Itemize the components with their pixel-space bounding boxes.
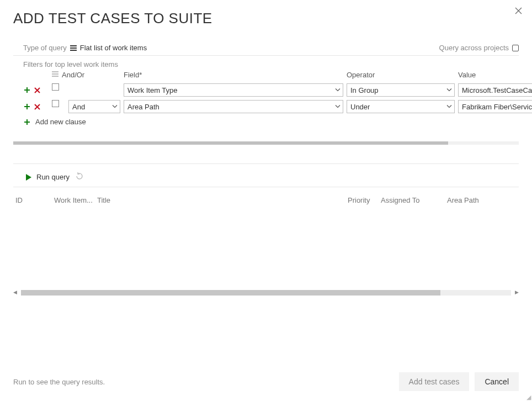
add-test-cases-button[interactable]: Add test cases xyxy=(399,372,470,391)
chevron-down-icon xyxy=(112,103,118,111)
plus-icon xyxy=(23,118,31,126)
query-across-projects-checkbox[interactable] xyxy=(512,45,519,51)
svg-rect-1 xyxy=(70,48,77,49)
scroll-left-icon[interactable]: ◀ xyxy=(13,289,17,295)
and-or-header: And/Or xyxy=(62,71,84,79)
close-button[interactable] xyxy=(515,7,522,16)
operator-dropdown[interactable]: Under xyxy=(347,100,455,113)
results-columns: ID Work Item... Title Priority Assigned … xyxy=(13,187,519,207)
resize-grip-icon[interactable]: ◢ xyxy=(526,395,530,399)
value-header: Value xyxy=(458,71,532,80)
query-across-projects-label: Query across projects xyxy=(439,44,509,52)
field-header: Field* xyxy=(124,71,343,80)
chevron-down-icon xyxy=(446,103,452,111)
field-dropdown[interactable]: Work Item Type xyxy=(124,83,343,97)
dialog-footer: Run to see the query results. Add test c… xyxy=(13,372,519,391)
value-dropdown[interactable]: Microsoft.TestCaseCategory xyxy=(458,83,532,97)
operator-dropdown[interactable]: In Group xyxy=(347,83,455,97)
flat-list-icon xyxy=(70,45,77,51)
run-query-label: Run query xyxy=(36,173,70,181)
col-title[interactable]: Title xyxy=(97,196,348,204)
play-icon xyxy=(25,173,32,181)
clause-row-actions xyxy=(23,100,49,113)
insert-clause-button[interactable] xyxy=(23,86,31,94)
insert-clause-button[interactable] xyxy=(23,103,31,110)
divider xyxy=(13,55,519,56)
refresh-icon xyxy=(75,172,84,181)
clause-select-checkbox[interactable] xyxy=(52,83,59,91)
query-across-projects[interactable]: Query across projects xyxy=(439,44,519,52)
svg-rect-5 xyxy=(52,76,58,77)
remove-clause-button[interactable] xyxy=(33,86,41,94)
and-or-dropdown[interactable]: And xyxy=(68,100,120,113)
col-id[interactable]: ID xyxy=(15,196,54,204)
chevron-down-icon xyxy=(446,86,452,94)
query-kind-value[interactable]: Flat list of work items xyxy=(80,44,147,52)
clauses-grid: And/Or Field* Operator Value Work Item T… xyxy=(13,71,519,113)
group-clauses-icon[interactable] xyxy=(52,71,58,79)
query-type-left: Type of query Flat list of work items xyxy=(23,44,147,52)
svg-rect-0 xyxy=(70,45,77,46)
chevron-down-icon xyxy=(335,103,341,111)
col-work-item-type[interactable]: Work Item... xyxy=(54,196,97,204)
status-text: Run to see the query results. xyxy=(13,378,105,386)
clause-select-checkbox[interactable] xyxy=(52,100,59,107)
filters-section-label: Filters for top level work items xyxy=(13,59,519,71)
results-empty-area xyxy=(13,207,519,289)
col-assigned-to[interactable]: Assigned To xyxy=(381,196,447,204)
run-query-button[interactable]: Run query xyxy=(25,173,70,181)
refresh-button xyxy=(75,172,84,182)
and-or-dropdown[interactable] xyxy=(68,83,120,97)
horizontal-scrollbar[interactable] xyxy=(13,141,519,147)
chevron-down-icon xyxy=(335,86,341,94)
results-horizontal-scrollbar[interactable]: ◀ ▶ xyxy=(13,289,519,296)
operator-header: Operator xyxy=(347,71,455,80)
dialog-title: ADD TEST CASES TO SUITE xyxy=(13,10,519,27)
clause-row-actions xyxy=(23,83,49,97)
remove-clause-button[interactable] xyxy=(33,103,41,110)
col-area-path[interactable]: Area Path xyxy=(447,196,524,204)
scroll-right-icon[interactable]: ▶ xyxy=(515,289,519,295)
add-new-clause-button[interactable]: Add new clause xyxy=(13,113,519,126)
svg-rect-3 xyxy=(52,71,58,72)
run-query-bar: Run query xyxy=(13,163,519,187)
close-icon xyxy=(515,7,522,14)
type-of-query-label: Type of query xyxy=(23,44,67,52)
svg-rect-4 xyxy=(52,73,58,75)
col-priority[interactable]: Priority xyxy=(348,196,381,204)
add-test-cases-dialog: ADD TEST CASES TO SUITE Type of query Fl… xyxy=(0,0,532,401)
cancel-button[interactable]: Cancel xyxy=(475,372,519,391)
svg-rect-2 xyxy=(70,50,77,51)
query-type-bar: Type of query Flat list of work items Qu… xyxy=(13,43,519,55)
field-dropdown[interactable]: Area Path xyxy=(124,100,343,113)
add-clause-label: Add new clause xyxy=(35,118,86,126)
value-dropdown[interactable]: Fabrikam Fiber\Service Delivery xyxy=(458,100,532,113)
